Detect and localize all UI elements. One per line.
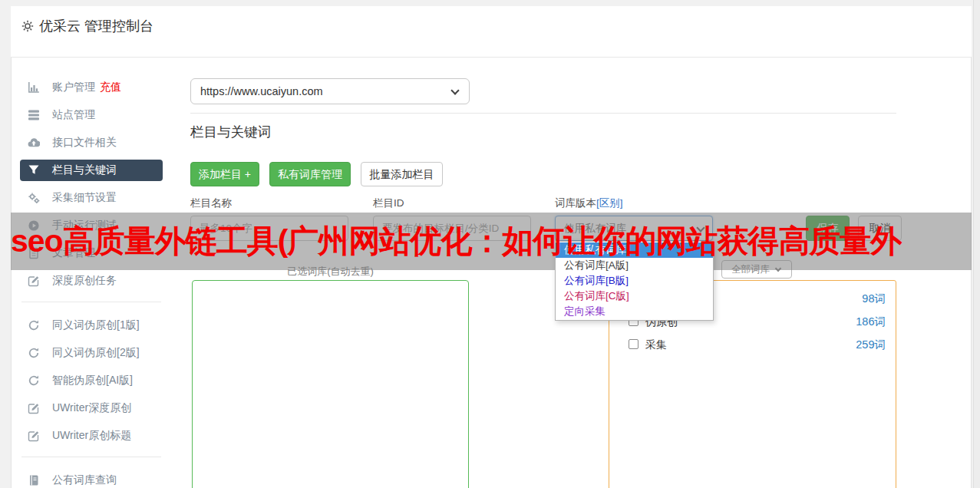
sidebar-item-label: UWriter原创标题	[52, 429, 131, 443]
selected-lexicon-box[interactable]	[192, 280, 469, 488]
site-url-value: https://www.ucaiyun.com	[200, 85, 323, 97]
lexicon-row-label: 采集	[645, 337, 667, 352]
pencil-square-icon	[28, 275, 40, 287]
add-column-button[interactable]: 添加栏目 +	[190, 162, 259, 186]
sidebar-item-label: UWriter深度原创	[52, 401, 131, 415]
sidebar-item[interactable]: 智能伪原创[AI版]	[20, 370, 163, 391]
lexicon-word-count: 186词	[856, 314, 886, 329]
sidebar-item[interactable]: 深度原创任务	[20, 270, 163, 292]
sidebar-item-label: 公有词库查询	[52, 473, 117, 487]
sync-icon	[28, 319, 40, 331]
sidebar-item[interactable]: 同义词伪原创[1版]	[20, 315, 163, 336]
sidebar-menu: 账户管理充值站点管理接口文件相关栏目与关键词采集细节设置手动运行测试文章管理深度…	[20, 77, 163, 488]
lexicon-version-label: 词库版本[区别]	[555, 196, 623, 210]
sidebar-item[interactable]: UWriter原创标题	[20, 425, 163, 447]
version-diff-link[interactable]: [区别]	[596, 197, 623, 209]
pencil-square-icon	[28, 402, 40, 414]
sidebar-divider	[21, 302, 161, 302]
server-icon	[28, 109, 40, 121]
funnel-icon	[28, 164, 40, 176]
gears-icon	[28, 192, 40, 204]
cloud-upload-icon	[28, 137, 40, 149]
sync-icon	[28, 347, 40, 359]
lexicon-version-option[interactable]: 定向采集	[556, 304, 713, 319]
lexicon-word-count: 259词	[856, 337, 886, 352]
sidebar-item-label: 接口文件相关	[52, 136, 117, 150]
sidebar-item[interactable]: 同义词伪原创[2版]	[20, 342, 163, 364]
gear-icon	[21, 19, 35, 33]
batch-add-button[interactable]: 批量添加栏目	[361, 162, 443, 186]
sidebar-item[interactable]: UWriter深度原创	[20, 397, 163, 419]
sidebar-item-label: 同义词伪原创[1版]	[52, 318, 140, 332]
sidebar-item[interactable]: 账户管理充值	[20, 77, 163, 98]
app-title: 优采云 管理控制台	[39, 17, 153, 35]
lexicon-row: 采集259词	[609, 337, 896, 355]
lexicon-word-count: 98词	[862, 291, 886, 306]
page-title: 栏目与关键词	[190, 123, 271, 141]
lexicon-version-option[interactable]: 公有词库[C版]	[556, 289, 713, 304]
lexicon-checkbox[interactable]	[629, 339, 638, 349]
sidebar-item-label: 账户管理	[52, 81, 95, 94]
section-divider	[190, 113, 896, 114]
private-lexicon-button[interactable]: 私有词库管理	[269, 162, 351, 186]
pencil-square-icon	[28, 430, 40, 442]
column-name-label: 栏目名称	[190, 196, 232, 210]
ad-overlay-text: seo高质量外链工具(广州网站优化：如何让你的网站获得高质量外	[11, 213, 980, 270]
book-icon	[28, 474, 40, 486]
sidebar-item[interactable]: 栏目与关键词	[20, 160, 163, 181]
column-id-label: 栏目ID	[373, 196, 404, 210]
site-url-select[interactable]: https://www.ucaiyun.com	[190, 78, 470, 104]
sidebar-item-label: 同义词伪原创[2版]	[52, 346, 140, 360]
sidebar-item-label: 采集细节设置	[52, 191, 117, 205]
sidebar-item-label: 站点管理	[52, 108, 95, 122]
sidebar-item-label: 智能伪原创[AI版]	[52, 374, 133, 387]
chevron-down-icon	[450, 86, 459, 94]
sidebar-item[interactable]: 接口文件相关	[20, 132, 163, 153]
sidebar-item[interactable]: 公有词库查询	[20, 470, 163, 488]
sync-icon	[28, 374, 40, 387]
bar-chart-icon	[28, 81, 40, 94]
sidebar-item-label: 深度原创任务	[52, 274, 117, 288]
recharge-badge[interactable]: 充值	[100, 81, 121, 94]
app-header: 优采云 管理控制台	[11, 6, 972, 58]
lexicon-version-option[interactable]: 公有词库[B版]	[556, 273, 713, 289]
sidebar-item[interactable]: 站点管理	[20, 104, 163, 126]
sidebar-item-label: 栏目与关键词	[52, 163, 117, 177]
sidebar-divider	[21, 457, 161, 457]
sidebar-item[interactable]: 采集细节设置	[20, 187, 163, 209]
